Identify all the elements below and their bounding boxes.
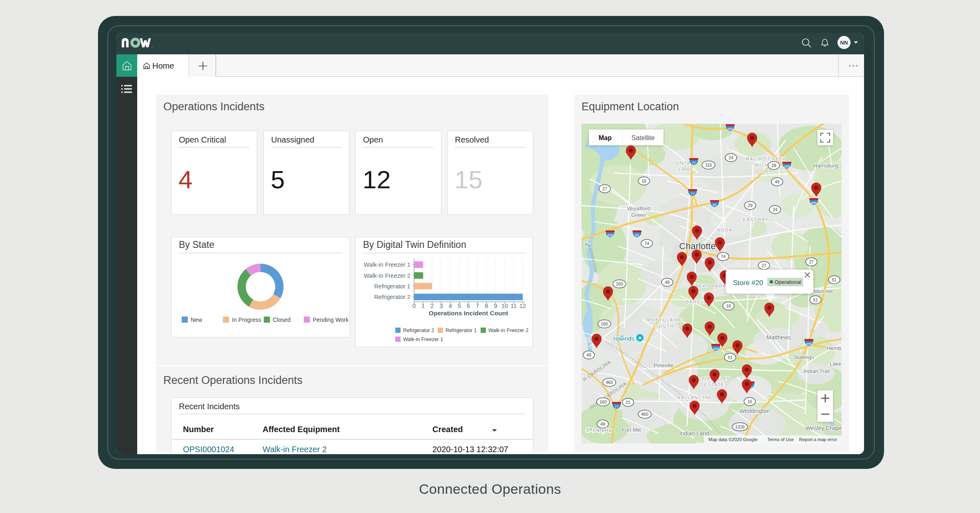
svg-text:49: 49 [586, 352, 591, 357]
svg-text:49: 49 [775, 179, 780, 184]
svg-text:1: 1 [421, 303, 425, 309]
svg-text:2: 2 [430, 303, 434, 309]
svg-text:Map data ©2020 Google: Map data ©2020 Google [708, 437, 757, 442]
svg-text:6: 6 [467, 303, 470, 309]
svg-text:160: 160 [616, 281, 623, 286]
svg-text:Satellite: Satellite [632, 134, 655, 141]
svg-text:21: 21 [626, 400, 630, 405]
svg-text:Pineville: Pineville [654, 362, 673, 368]
svg-text:NODA: NODA [717, 228, 733, 232]
svg-text:Refrigerator 2: Refrigerator 2 [374, 294, 410, 300]
svg-text:460: 460 [641, 412, 648, 417]
svg-text:☘: ☘ [638, 336, 642, 340]
svg-text:485: 485 [806, 342, 812, 346]
svg-text:Indian Trail: Indian Trail [804, 368, 830, 374]
svg-text:160: 160 [601, 321, 608, 326]
svg-text:12: 12 [519, 303, 526, 309]
svg-text:Wesley Chape: Wesley Chape [806, 425, 842, 431]
svg-text:MAL RD CREEK: MAL RD CREEK [746, 156, 786, 161]
svg-text:16: 16 [726, 303, 731, 308]
svg-text:Map: Map [599, 134, 612, 141]
svg-text:485: 485 [607, 233, 613, 237]
svg-text:Harrisburg: Harrisburg [813, 163, 838, 169]
svg-text:10: 10 [501, 303, 508, 309]
svg-text:29: 29 [748, 203, 753, 208]
svg-text:49: 49 [665, 280, 670, 285]
svg-text:rowinds: rowinds [613, 335, 635, 342]
svg-text:Refrigerator 1: Refrigerator 1 [374, 283, 410, 290]
svg-text:Operational: Operational [775, 279, 801, 285]
svg-text:3: 3 [439, 303, 443, 309]
svg-text:0: 0 [412, 303, 416, 309]
svg-text:Google: Google [585, 426, 612, 435]
svg-text:485: 485 [811, 201, 817, 205]
svg-text:24: 24 [728, 155, 733, 160]
svg-text:MONTCLAIRE: MONTCLAIRE [647, 317, 682, 322]
svg-text:Report a map error: Report a map error [799, 437, 837, 442]
svg-text:LAND: LAND [679, 167, 693, 172]
svg-text:8: 8 [485, 303, 488, 309]
svg-text:Terms of Use: Terms of Use [767, 437, 794, 442]
svg-text:Mint Hill: Mint Hill [814, 288, 833, 294]
svg-text:7: 7 [476, 303, 479, 309]
svg-text:Woodford: Woodford [627, 205, 650, 212]
svg-text:9: 9 [494, 303, 497, 309]
svg-text:ESTATES: ESTATES [704, 382, 728, 387]
svg-text:5: 5 [458, 303, 461, 309]
svg-text:460: 460 [606, 380, 613, 385]
svg-text:115: 115 [705, 163, 712, 167]
svg-text:77: 77 [690, 192, 695, 196]
svg-text:16: 16 [747, 399, 752, 404]
svg-text:27: 27 [809, 259, 814, 264]
svg-text:77: 77 [615, 405, 619, 409]
svg-text:160: 160 [599, 399, 607, 404]
svg-text:85: 85 [713, 203, 717, 207]
svg-text:27: 27 [602, 186, 607, 191]
svg-text:YERS PARK: YERS PARK [695, 283, 726, 288]
svg-text:Walk-in Freezer 1: Walk-in Freezer 1 [364, 261, 410, 268]
svg-text:485: 485 [713, 347, 719, 351]
svg-text:29: 29 [771, 163, 776, 168]
svg-text:EASTWAY: EASTWAY [743, 217, 768, 222]
svg-text:Matthews: Matthews [766, 334, 791, 341]
svg-text:Green: Green [631, 212, 646, 218]
svg-text:SOUTH: SOUTH [655, 323, 674, 328]
svg-text:77: 77 [692, 161, 696, 165]
svg-text:1316: 1316 [735, 424, 745, 429]
svg-text:4: 4 [449, 303, 452, 309]
svg-text:16: 16 [641, 178, 646, 183]
svg-text:51: 51 [728, 355, 733, 360]
svg-text:Stallings: Stallings [794, 354, 814, 360]
svg-text:Walk-in Freezer 2: Walk-in Freezer 2 [364, 272, 410, 279]
svg-text:Weddington: Weddington [739, 408, 770, 414]
svg-text:85: 85 [635, 233, 639, 237]
svg-text:NN: NN [840, 40, 848, 46]
svg-text:74: 74 [644, 241, 649, 246]
svg-text:Hemb: Hemb [827, 345, 841, 351]
svg-text:Fort Mill: Fort Mill [622, 427, 641, 433]
svg-text:27: 27 [762, 263, 766, 268]
svg-text:485: 485 [784, 165, 790, 169]
svg-text:Store #20: Store #20 [733, 279, 763, 287]
svg-text:Operations Incident Count: Operations Incident Count [429, 310, 508, 317]
svg-text:BALLANTYNE: BALLANTYNE [677, 395, 713, 400]
svg-text:51: 51 [832, 277, 837, 282]
svg-text:Lake: Lake [830, 361, 841, 367]
svg-text:11: 11 [510, 303, 517, 309]
svg-text:24: 24 [773, 207, 777, 212]
svg-text:485: 485 [727, 127, 733, 131]
svg-text:74: 74 [721, 254, 726, 259]
svg-text:51: 51 [813, 297, 818, 302]
